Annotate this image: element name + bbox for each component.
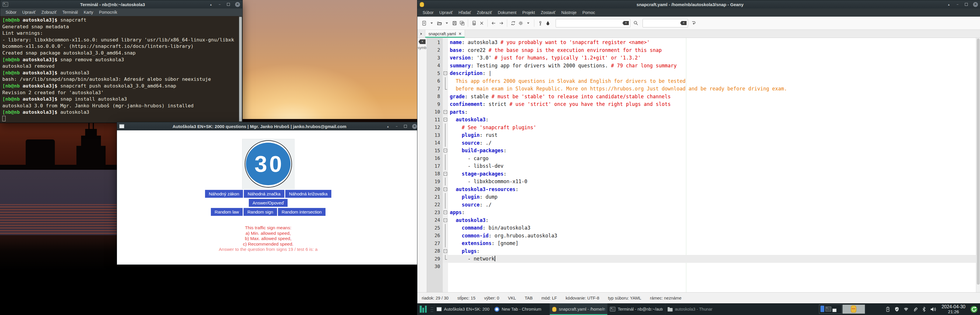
fold-margin[interactable] [443,239,448,247]
fold-collapse-icon[interactable] [444,211,447,214]
autoskola-titlebar[interactable]: Autoškola3 EN+SK: 2000 questions | Mgr. … [117,122,419,130]
geany-menu-zobraziť[interactable]: Zobraziť [474,9,495,16]
fold-margin[interactable] [443,216,448,224]
terminal-menu-terminál[interactable]: Terminál [59,8,81,16]
fold-margin[interactable] [443,54,448,62]
en-button-random-law[interactable]: Random law [211,208,243,216]
editor-scrollbar[interactable] [976,38,980,292]
close-doc-icon[interactable] [478,19,485,27]
fold-margin[interactable] [443,46,448,54]
open-file-menu-icon[interactable] [443,19,450,27]
fold-margin[interactable] [443,69,448,77]
fold-margin[interactable] [443,38,448,46]
minimize-icon[interactable]: − [218,2,222,6]
geany-menu-hľadať[interactable]: Hľadať [456,9,474,16]
goto-line-entry[interactable]: × [643,19,688,27]
fold-margin[interactable] [443,255,448,263]
run-icon[interactable] [536,19,544,27]
shade-icon[interactable]: ▴ [386,124,390,128]
geany-menu-nástroje[interactable]: Nástroje [558,9,579,16]
nav-back-icon[interactable] [490,19,497,27]
workspace-2-active[interactable] [842,304,865,314]
clipboard-icon[interactable] [913,307,918,312]
fold-margin[interactable] [443,170,448,178]
fold-collapse-icon[interactable] [444,218,447,222]
fold-margin[interactable] [443,201,448,209]
fold-collapse-icon[interactable] [444,118,447,121]
fold-margin[interactable] [443,85,448,93]
terminal-menu-súbor[interactable]: Súbor [3,8,19,16]
shade-icon[interactable]: ▴ [209,2,213,6]
fold-margin[interactable] [443,247,448,255]
sk-button-náhodná-križovatka[interactable]: Náhodná križovatka [285,190,332,198]
fold-margin[interactable] [443,116,448,124]
save-all-icon[interactable] [458,19,466,27]
compile-icon[interactable] [509,19,517,27]
workspace-1[interactable]: >_ [819,304,842,314]
applications-menu-button[interactable] [417,303,430,315]
goto-line-icon[interactable] [690,19,697,27]
fold-margin[interactable] [443,77,448,85]
wifi-icon[interactable] [903,307,909,312]
fold-margin[interactable] [443,62,448,70]
fold-collapse-icon[interactable] [444,250,447,253]
terminal-scrollbar[interactable] [239,16,242,122]
close-icon[interactable]: ✕ [235,2,240,7]
volume-icon[interactable] [930,307,937,312]
en-button-random-sign[interactable]: Random sign [243,208,277,216]
fold-margin[interactable] [443,108,448,116]
new-file-menu-icon[interactable] [428,19,436,27]
battery-icon[interactable] [885,307,891,312]
terminal-menu-upraviť[interactable]: Upraviť [19,8,38,16]
bluetooth-icon[interactable] [922,307,926,312]
minimize-icon[interactable]: − [956,2,959,6]
geany-sidebar[interactable]: × symb [417,38,427,292]
taskbar-button-chromium[interactable]: New Tab - Chromium [492,303,549,315]
shield-icon[interactable] [894,307,899,312]
find-icon[interactable] [632,19,640,27]
fold-margin[interactable] [443,154,448,162]
fold-margin[interactable] [443,178,448,186]
fold-margin[interactable] [443,193,448,201]
maximize-icon[interactable] [226,2,231,6]
document-list-icon[interactable] [417,30,425,38]
terminal-titlebar[interactable]: Terminál - nb@nb:~/autoskola3 ▴ − ✕ [0,0,242,8]
tab-snapcraft-yaml[interactable]: snapcraft.yaml ✕ [425,30,465,38]
fold-margin[interactable] [443,162,448,170]
save-icon[interactable] [450,19,458,27]
geany-menu-projekt[interactable]: Projekt [519,9,538,16]
fold-margin[interactable] [443,131,448,139]
panel-drag-handle[interactable] [430,306,433,312]
fold-margin[interactable] [443,147,448,154]
fold-margin[interactable] [443,232,448,240]
geany-menu-dokument[interactable]: Dokument [495,9,519,16]
maximize-icon[interactable] [403,124,407,128]
fold-margin[interactable] [443,100,448,108]
color-chooser-icon[interactable] [544,19,552,27]
terminal-menu-karty[interactable]: Karty [81,8,96,16]
terminal-output-area[interactable]: [nb@nb autoskola3]$ snapcraftGenerated s… [0,16,242,123]
geany-menu-upraviť[interactable]: Upraviť [436,9,456,16]
geany-titlebar[interactable]: snapcraft.yaml - /home/nb/autoskola3/sna… [417,0,980,8]
fold-margin[interactable] [443,208,448,216]
minimize-icon[interactable]: − [395,124,399,128]
search-entry[interactable]: × [555,19,630,27]
clear-search-icon[interactable]: × [622,21,629,25]
new-file-icon[interactable] [420,19,428,27]
code-editor[interactable]: 1name: autoskola3 # you probably want to… [427,38,980,292]
fold-margin[interactable] [443,139,448,147]
clock[interactable]: 2024-04-30 21:26 [942,304,966,314]
build-menu-icon[interactable] [524,19,532,27]
fold-margin[interactable] [443,93,448,100]
answer-button[interactable]: Answer/Opoveď [249,199,288,207]
fold-margin[interactable] [443,186,448,193]
en-button-random-intersection[interactable]: Random intersection [278,208,326,216]
revert-icon[interactable] [470,19,478,27]
taskbar-button-window[interactable]: Autoškola3 EN+SK: 2000 ... [434,303,492,315]
taskbar-button-terminal[interactable]: Terminál - nb@nb:~/autos... [607,303,665,315]
sk-button-náhodná-značka[interactable]: Náhodná značka [244,190,285,198]
close-icon[interactable]: ✕ [973,2,978,7]
shade-icon[interactable]: ▴ [947,2,951,6]
clear-goto-icon[interactable]: × [680,21,687,25]
fold-collapse-icon[interactable] [444,110,447,114]
